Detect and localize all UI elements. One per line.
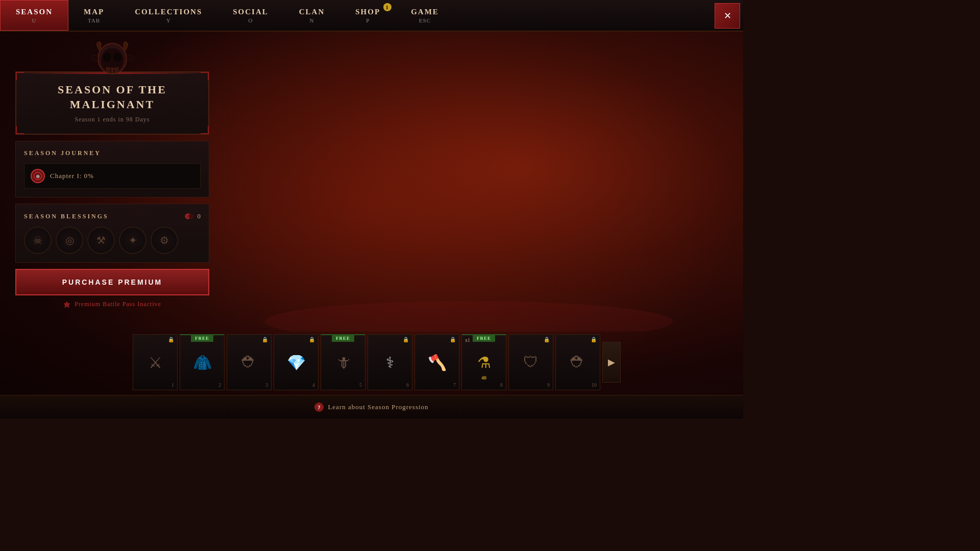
skull-decoration bbox=[89, 41, 135, 82]
chapter-text: Chapter I: 0% bbox=[50, 172, 94, 180]
tab-collections[interactable]: COLLECTIONS Y bbox=[119, 0, 217, 31]
item-slot-3[interactable]: 🔒 ⛑ 3 bbox=[227, 334, 272, 390]
premium-status: Premium Battle Pass Inactive bbox=[15, 300, 209, 308]
svg-point-12 bbox=[264, 301, 673, 332]
blessings-title: SEASON BLESSINGS bbox=[24, 213, 109, 220]
purchase-premium-button[interactable]: PURCHASE PREMIUM bbox=[15, 269, 209, 295]
blessing-slot-2[interactable]: ◎ bbox=[56, 227, 83, 254]
lock-icon-3: 🔒 bbox=[262, 337, 268, 342]
free-badge-2: FREE bbox=[191, 335, 213, 342]
item-slot-1[interactable]: 🔒 ⚔ 1 bbox=[133, 334, 178, 390]
item-slot-5[interactable]: FREE 🗡 5 bbox=[321, 334, 365, 390]
item-visual-9: 🛡 bbox=[516, 344, 546, 380]
blessings-count: 0 bbox=[184, 212, 201, 220]
chevron-right-icon: ▶ bbox=[608, 357, 615, 368]
item-slot-10[interactable]: 🔒 ⛑ 10 bbox=[555, 334, 600, 390]
star-blessing-icon: ✦ bbox=[129, 234, 137, 246]
tab-season[interactable]: SEASON U bbox=[0, 0, 68, 31]
season-journey-card: SEASON JOURNEY ⊕ Chapter I: 0% bbox=[15, 141, 209, 197]
svg-point-10 bbox=[189, 214, 193, 218]
chapter-icon: ⊕ bbox=[31, 169, 45, 183]
item-slot-9[interactable]: 🔒 🛡 9 bbox=[508, 334, 553, 390]
tab-map[interactable]: MAP TAB bbox=[68, 0, 119, 31]
items-next-button[interactable]: ▶ bbox=[602, 342, 621, 383]
item-visual-6: ⚕ bbox=[375, 344, 405, 380]
item-slot-6[interactable]: 🔒 ⚕ 6 bbox=[368, 334, 412, 390]
close-button[interactable]: ✕ bbox=[715, 3, 740, 29]
lock-icon: 🔒 bbox=[168, 337, 174, 342]
item-number-1: 1 bbox=[172, 382, 174, 388]
item-number-4: 4 bbox=[312, 382, 315, 388]
season-title: SEASON OF THE MALIGNANT bbox=[27, 83, 198, 112]
item-number-6: 6 bbox=[406, 382, 409, 388]
item-number-2: 2 bbox=[218, 382, 221, 388]
tool-blessing-icon: ⚒ bbox=[96, 234, 106, 246]
premium-status-text: Premium Battle Pass Inactive bbox=[75, 300, 161, 308]
item-slot-2[interactable]: FREE 🧥 2 bbox=[180, 334, 225, 390]
lock-icon-6: 🔒 bbox=[403, 337, 409, 342]
items-row: 🔒 ⚔ 1 FREE 🧥 2 🔒 ⛑ 3 🔒 💎 4 FREE 🗡 5 🔒 ⚕ … bbox=[133, 332, 728, 393]
svg-point-2 bbox=[103, 53, 111, 62]
blessing-slot-3[interactable]: ⚒ bbox=[87, 227, 115, 254]
item-number-7: 7 bbox=[453, 382, 456, 388]
item-number-10: 10 bbox=[592, 382, 597, 388]
shop-badge: 1 bbox=[383, 3, 391, 11]
svg-point-3 bbox=[113, 53, 121, 62]
lock-icon-4: 🔒 bbox=[309, 337, 315, 342]
item-number-3: 3 bbox=[265, 382, 268, 388]
item-visual-7: 🪓 bbox=[422, 344, 452, 380]
item-number-5: 5 bbox=[359, 382, 362, 388]
item-visual-4: 💎 bbox=[281, 344, 311, 380]
learn-progression-link[interactable]: ? Learn about Season Progression bbox=[314, 403, 428, 412]
lock-icon-10: 🔒 bbox=[591, 337, 597, 342]
item-visual-3: ⛑ bbox=[234, 344, 264, 380]
item-number-8: 8 bbox=[500, 382, 503, 388]
learn-text: Learn about Season Progression bbox=[328, 403, 428, 411]
free-badge-5: FREE bbox=[332, 335, 354, 342]
item-slot-8[interactable]: FREE x1 ⚗ 40 8 bbox=[461, 334, 506, 390]
season-blessings-card: SEASON BLESSINGS 0 ☠ ◎ ⚒ ✦ bbox=[15, 204, 209, 263]
item-visual-5: 🗡 bbox=[328, 345, 358, 381]
journey-title: SEASON JOURNEY bbox=[24, 149, 201, 157]
question-icon: ? bbox=[314, 403, 324, 412]
item-number-9: 9 bbox=[547, 382, 550, 388]
chapter-item[interactable]: ⊕ Chapter I: 0% bbox=[24, 163, 201, 189]
bottom-bar: ? Learn about Season Progression bbox=[0, 395, 743, 418]
item-slot-7[interactable]: 🔒 🪓 7 bbox=[414, 334, 459, 390]
blessings-header: SEASON BLESSINGS 0 bbox=[24, 212, 201, 220]
tab-game[interactable]: GAME ESC bbox=[396, 0, 454, 31]
gear-blessing-icon: ⚙ bbox=[160, 234, 169, 246]
top-navigation: SEASON U MAP TAB COLLECTIONS Y SOCIAL O … bbox=[0, 0, 743, 32]
free-badge-8: FREE bbox=[473, 335, 495, 342]
blessing-slot-4[interactable]: ✦ bbox=[119, 227, 146, 254]
spiral-blessing-icon: ◎ bbox=[65, 234, 74, 246]
tab-shop[interactable]: 1 SHOP P bbox=[340, 0, 396, 31]
item-visual-2: 🧥 bbox=[187, 345, 217, 381]
svg-text:⊕: ⊕ bbox=[36, 173, 40, 179]
lock-icon-7: 🔒 bbox=[450, 337, 456, 342]
season-panel: SEASON OF THE MALIGNANT Season 1 ends in… bbox=[15, 41, 209, 308]
quantity-label: 40 bbox=[481, 375, 486, 381]
item-slot-4[interactable]: 🔒 💎 4 bbox=[274, 334, 318, 390]
season-subtitle: Season 1 ends in 98 Days bbox=[27, 116, 198, 123]
x1-badge-8: x1 bbox=[465, 337, 470, 343]
blessings-grid: ☠ ◎ ⚒ ✦ ⚙ bbox=[24, 227, 201, 254]
blessing-slot-1[interactable]: ☠ bbox=[24, 227, 52, 254]
characters-area bbox=[194, 31, 743, 332]
skull-blessing-icon: ☠ bbox=[33, 234, 42, 246]
item-visual-1: ⚔ bbox=[140, 344, 170, 380]
lock-icon-9: 🔒 bbox=[544, 337, 550, 342]
svg-marker-11 bbox=[64, 302, 70, 308]
tab-social[interactable]: SOCIAL O bbox=[217, 0, 284, 31]
blessing-slot-5[interactable]: ⚙ bbox=[151, 227, 178, 254]
tab-clan[interactable]: CLAN N bbox=[284, 0, 340, 31]
item-visual-10: ⛑ bbox=[562, 344, 593, 380]
